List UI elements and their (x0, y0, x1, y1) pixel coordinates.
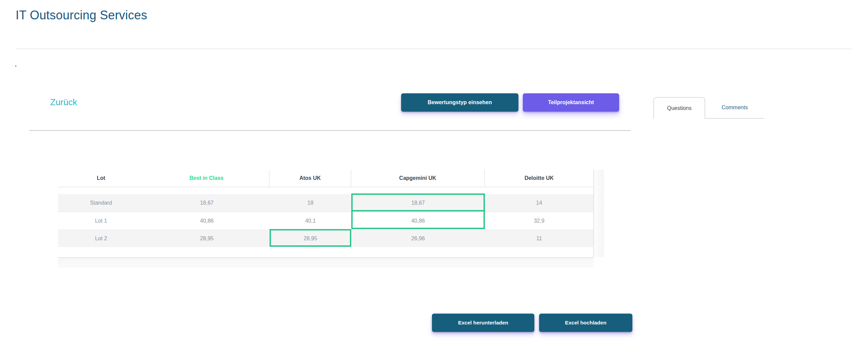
header-divider (16, 49, 852, 49)
subproject-view-button[interactable]: Teilprojektansicht (523, 93, 619, 112)
score-cell-capgemini[interactable]: 40,86 (351, 212, 485, 229)
back-link[interactable]: Zurück (50, 97, 77, 108)
score-cell-atos[interactable]: 40,1 (270, 212, 351, 229)
score-cell-deloitte[interactable]: 11 (485, 230, 593, 247)
tab-comments[interactable]: Comments (705, 97, 764, 119)
table-header-row: Lot Best in Class Atos UK Capgemini UK D… (58, 170, 593, 187)
score-cell-best-in-class[interactable]: 18,67 (144, 194, 270, 212)
table-header-gap (58, 187, 593, 194)
row-label-cell: Lot 1 (58, 212, 144, 229)
table-row-lot2: Lot 2 28,95 28,95 26,96 11 (58, 229, 593, 247)
evaluation-table: Lot Best in Class Atos UK Capgemini UK D… (58, 170, 593, 258)
table-row-lot1: Lot 1 40,86 40,1 40,86 32,9 (58, 212, 593, 229)
tab-comments-label: Comments (722, 105, 748, 111)
score-cell-deloitte[interactable]: 14 (485, 194, 593, 212)
column-header-deloitte-uk: Deloitte UK (485, 170, 593, 187)
score-cell-atos[interactable]: 18 (270, 194, 351, 212)
tab-questions-label: Questions (667, 105, 691, 111)
horizontal-scrollbar[interactable] (58, 257, 593, 267)
row-label-cell: Lot 2 (58, 230, 144, 247)
review-rating-type-button[interactable]: Bewertungstyp einsehen (401, 93, 518, 112)
score-cell-atos[interactable]: 28,95 (270, 230, 351, 247)
column-header-lot: Lot (58, 170, 144, 187)
excel-download-button[interactable]: Excel herunterladen (432, 314, 534, 332)
score-cell-deloitte[interactable]: 32,9 (485, 212, 593, 229)
toolbar-divider (29, 130, 631, 131)
score-cell-capgemini[interactable]: 18,67 (351, 194, 485, 212)
column-header-atos-uk: Atos UK (270, 170, 351, 187)
score-cell-best-in-class[interactable]: 40,86 (144, 212, 270, 229)
row-label-cell: Standard (58, 194, 144, 212)
vertical-scrollbar[interactable] (593, 170, 604, 257)
score-cell-best-in-class[interactable]: 28,95 (144, 230, 270, 247)
excel-upload-button[interactable]: Excel hochladen (539, 314, 632, 332)
column-header-best-in-class: Best in Class (144, 170, 270, 187)
table-empty-row (58, 247, 593, 258)
table-row-standard: Standard 18,67 18 18,67 14 (58, 194, 593, 212)
page: IT Outsourcing Services . Zurück Bewertu… (0, 0, 868, 355)
stray-dot: . (15, 61, 17, 68)
column-header-capgemini-uk: Capgemini UK (351, 170, 485, 187)
score-cell-capgemini[interactable]: 26,96 (351, 230, 485, 247)
tab-questions[interactable]: Questions (653, 97, 705, 119)
page-title: IT Outsourcing Services (16, 8, 147, 22)
